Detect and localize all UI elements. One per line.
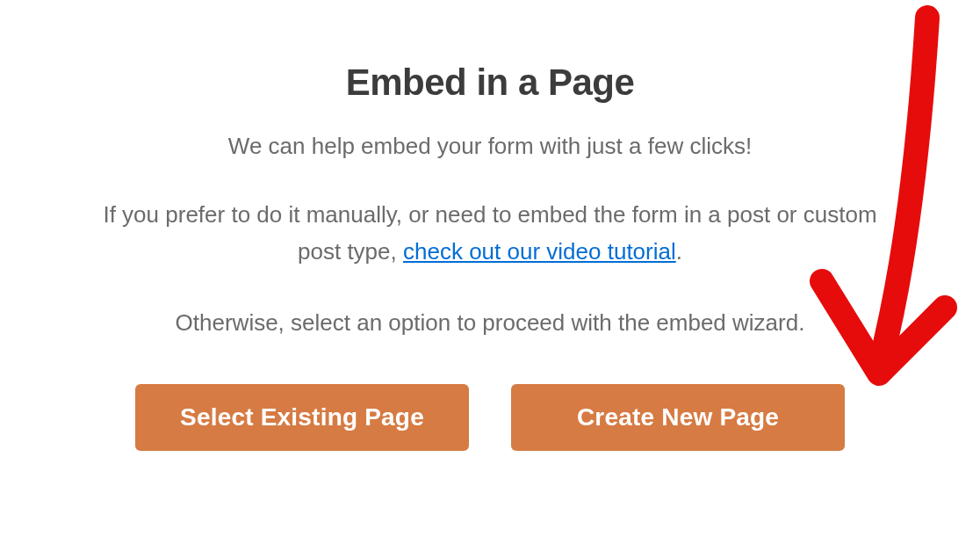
paragraph-suffix: .: [676, 238, 682, 265]
select-existing-page-button[interactable]: Select Existing Page: [135, 384, 469, 451]
video-tutorial-link[interactable]: check out our video tutorial: [403, 238, 676, 265]
button-row: Select Existing Page Create New Page: [88, 384, 892, 451]
modal-footer: Otherwise, select an option to proceed w…: [88, 306, 892, 340]
modal-title: Embed in a Page: [88, 62, 892, 104]
modal-paragraph: If you prefer to do it manually, or need…: [88, 197, 892, 270]
create-new-page-button[interactable]: Create New Page: [511, 384, 845, 451]
embed-modal: Embed in a Page We can help embed your f…: [0, 0, 980, 486]
modal-subtitle: We can help embed your form with just a …: [88, 130, 892, 162]
